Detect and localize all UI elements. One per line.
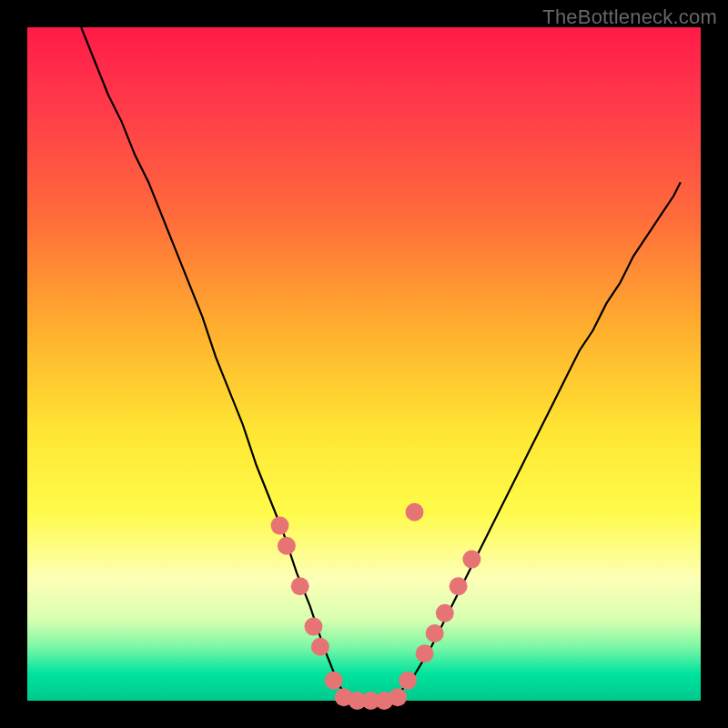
marker-dot	[305, 618, 323, 636]
marker-dot	[271, 517, 289, 535]
chart-svg	[27, 27, 701, 701]
marker-dot	[416, 644, 434, 662]
marker-dot	[278, 537, 296, 555]
marker-dot	[450, 577, 468, 595]
marker-dot	[462, 551, 480, 569]
marker-dot	[325, 672, 343, 690]
chart-frame	[27, 27, 701, 701]
watermark-text: TheBottleneck.com	[542, 5, 717, 29]
marker-dot	[389, 688, 407, 706]
marker-dot	[426, 624, 444, 642]
marker-group	[271, 503, 481, 710]
marker-dot	[399, 672, 417, 690]
marker-dot	[311, 638, 329, 656]
marker-dot	[436, 604, 454, 622]
marker-dot	[406, 503, 424, 521]
bottleneck-curve	[81, 27, 681, 701]
marker-dot	[291, 577, 309, 595]
